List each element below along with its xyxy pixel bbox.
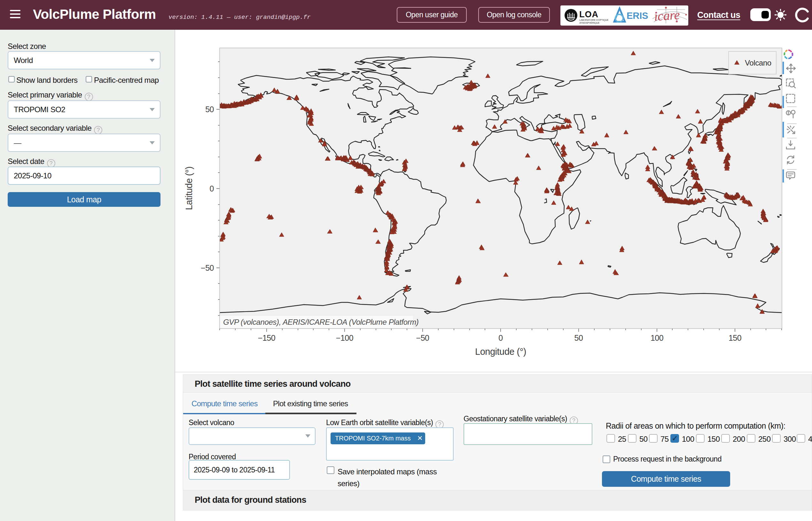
svg-text:100: 100 <box>651 333 663 342</box>
svg-text:ATMOSPHÉRIQUE: ATMOSPHÉRIQUE <box>579 21 600 24</box>
svg-text:−50: −50 <box>201 264 214 272</box>
svg-text:LABORATOIRE D'OPTIQUE: LABORATOIRE D'OPTIQUE <box>579 19 608 21</box>
svg-text:−50: −50 <box>416 333 429 342</box>
svg-text:−150: −150 <box>258 333 275 342</box>
svg-text:50: 50 <box>205 105 214 114</box>
svg-text:ERIS: ERIS <box>627 10 648 21</box>
svg-text:Latitude (°): Latitude (°) <box>184 166 194 210</box>
svg-text:0: 0 <box>210 184 214 193</box>
svg-text:LOA: LOA <box>579 9 599 19</box>
svg-text:GVP (volcanoes), AERIS/ICARE-L: GVP (volcanoes), AERIS/ICARE-LOA (VolcPl… <box>223 318 419 326</box>
svg-text:Volcano: Volcano <box>745 59 771 67</box>
svg-text:0: 0 <box>498 333 502 342</box>
svg-text:Longitude (°): Longitude (°) <box>475 346 526 357</box>
svg-text:−100: −100 <box>336 333 353 342</box>
svg-text:50: 50 <box>574 333 583 342</box>
svg-text:150: 150 <box>728 333 741 342</box>
svg-text:icare: icare <box>653 7 680 24</box>
